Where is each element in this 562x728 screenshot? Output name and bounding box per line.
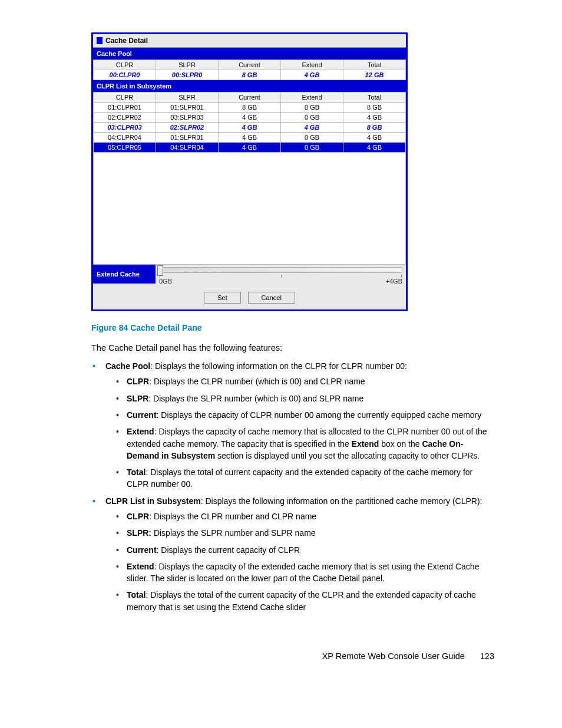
slider-thumb-icon[interactable] (157, 265, 163, 276)
list-item: Total: Displays the total of current cap… (127, 466, 494, 490)
table-row-selected[interactable]: 05:CLPR05 04:SLPR04 4 GB 0 GB 4 GB (94, 143, 406, 153)
table-row[interactable]: 03:CLPR03 02:SLPR02 4 GB 4 GB 8 GB (94, 123, 406, 133)
page-footer: XP Remote Web Console User Guide 123 (91, 651, 494, 661)
cache-pool-header: Cache Pool (93, 48, 406, 60)
table-row[interactable]: 01:CLPR01 01:SLPR01 8 GB 0 GB 8 GB (94, 103, 406, 113)
table-row[interactable]: 04:CLPR04 01:SLPR01 4 GB 0 GB 4 GB (94, 133, 406, 143)
col-slpr: SLPR (156, 60, 219, 70)
feature-list: Cache Pool: Displays the following infor… (91, 360, 494, 613)
col-clpr: CLPR (94, 60, 156, 70)
list-item: SLPR: Displays the SLPR number and SLPR … (127, 527, 494, 539)
set-button[interactable]: Set (204, 292, 241, 304)
list-item: CLPR: Displays the CLPR number (which is… (127, 375, 494, 387)
intro-text: The Cache Detail panel has the following… (91, 342, 494, 354)
cache-pool-table: CLPR SLPR Current Extend Total 00:CLPR0 … (93, 60, 406, 80)
list-item: Extend: Displays the capacity of the ext… (127, 561, 494, 585)
table-row[interactable]: 02:CLPR02 03:SLPR03 4 GB 0 GB 4 GB (94, 113, 406, 123)
list-item: CLPR: Displays the CLPR number and CLPR … (127, 510, 494, 522)
list-item: Current: Displays the current capacity o… (127, 544, 494, 556)
list-item: Total: Displays the total of the current… (127, 589, 494, 613)
table-row[interactable]: 00:CLPR0 00:SLPR0 8 GB 4 GB 12 GB (94, 70, 406, 80)
col-total: Total (343, 60, 406, 70)
col-extend: Extend (281, 60, 343, 70)
extend-cache-row: Extend Cache 0GB +4GB (93, 265, 406, 286)
slider-min: 0GB (159, 278, 172, 285)
extend-cache-slider[interactable]: 0GB +4GB (156, 265, 406, 286)
footer-title: XP Remote Web Console User Guide (322, 651, 465, 661)
title-marker-icon (97, 37, 103, 44)
list-item: Extend: Displays the capacity of cache m… (127, 426, 494, 462)
col-current: Current (219, 60, 281, 70)
clpr-list-table: CLPR SLPR Current Extend Total 01:CLPR01… (93, 92, 406, 153)
list-item: CLPR List in Subsystem: Displays the fol… (103, 495, 494, 613)
empty-list-area (93, 153, 406, 265)
clpr-list-header: CLPR List in Subsystem (93, 80, 406, 92)
figure-caption: Figure 84 Cache Detail Pane (91, 323, 494, 332)
list-item: SLPR: Displays the SLPR number (which is… (127, 393, 494, 404)
extend-cache-label: Extend Cache (93, 265, 156, 284)
panel-title: Cache Detail (105, 37, 148, 45)
page-number: 123 (480, 651, 494, 661)
slider-max: +4GB (386, 278, 402, 285)
panel-title-bar: Cache Detail (93, 34, 406, 48)
list-item: Current: Displays the capacity of CLPR n… (127, 409, 494, 421)
cache-detail-panel: Cache Detail Cache Pool CLPR SLPR Curren… (91, 32, 408, 311)
cancel-button[interactable]: Cancel (248, 292, 295, 304)
list-item: Cache Pool: Displays the following infor… (103, 360, 494, 490)
button-row: Set Cancel (93, 286, 406, 309)
